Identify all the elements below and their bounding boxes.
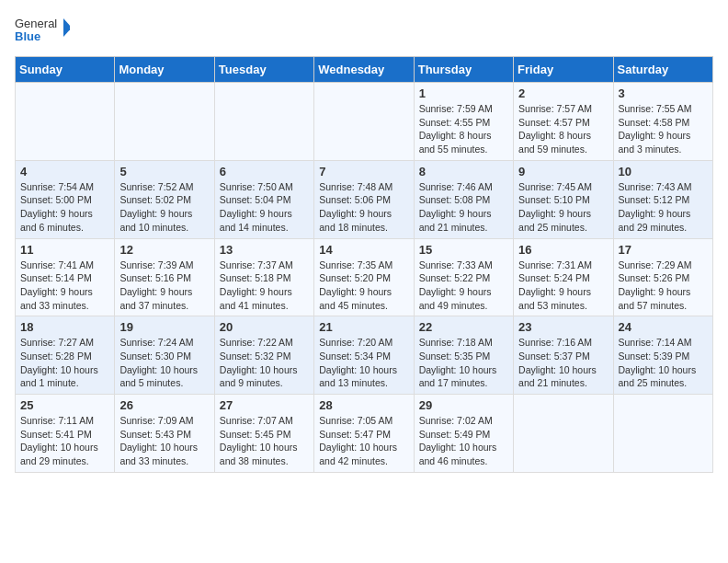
day-info: Sunrise: 7:43 AM Sunset: 5:12 PM Dayligh… (619, 180, 708, 235)
calendar-day-cell: 21Sunrise: 7:20 AM Sunset: 5:34 PM Dayli… (314, 316, 414, 395)
day-info: Sunrise: 7:18 AM Sunset: 5:35 PM Dayligh… (419, 336, 508, 390)
calendar-day-cell: 19Sunrise: 7:24 AM Sunset: 5:30 PM Dayli… (115, 316, 214, 395)
day-info: Sunrise: 7:50 AM Sunset: 5:04 PM Dayligh… (220, 180, 309, 235)
calendar-day-cell (613, 395, 712, 473)
day-number: 18 (20, 320, 109, 334)
svg-text:Blue: Blue (15, 29, 40, 43)
calendar-day-cell: 7Sunrise: 7:48 AM Sunset: 5:06 PM Daylig… (314, 160, 414, 238)
logo-svg: General Blue (15, 15, 70, 47)
calendar-day-cell: 17Sunrise: 7:29 AM Sunset: 5:26 PM Dayli… (613, 238, 712, 316)
day-number: 19 (119, 320, 209, 334)
day-number: 13 (220, 243, 309, 257)
day-number: 29 (419, 398, 508, 412)
day-info: Sunrise: 7:31 AM Sunset: 5:24 PM Dayligh… (518, 259, 608, 313)
calendar-day-cell: 15Sunrise: 7:33 AM Sunset: 5:22 PM Dayli… (414, 238, 513, 316)
calendar-day-cell: 26Sunrise: 7:09 AM Sunset: 5:43 PM Dayli… (115, 395, 214, 473)
calendar-day-cell: 2Sunrise: 7:57 AM Sunset: 4:57 PM Daylig… (514, 83, 613, 161)
calendar-week-row: 11Sunrise: 7:41 AM Sunset: 5:14 PM Dayli… (16, 238, 713, 316)
day-number: 16 (518, 243, 608, 257)
calendar-day-cell: 4Sunrise: 7:54 AM Sunset: 5:00 PM Daylig… (16, 160, 115, 238)
calendar-day-cell: 5Sunrise: 7:52 AM Sunset: 5:02 PM Daylig… (115, 160, 214, 238)
day-info: Sunrise: 7:24 AM Sunset: 5:30 PM Dayligh… (119, 336, 209, 390)
calendar-table: SundayMondayTuesdayWednesdayThursdayFrid… (15, 56, 713, 473)
day-info: Sunrise: 7:20 AM Sunset: 5:34 PM Dayligh… (319, 336, 408, 390)
svg-marker-2 (63, 18, 70, 37)
calendar-week-row: 4Sunrise: 7:54 AM Sunset: 5:00 PM Daylig… (16, 160, 713, 238)
day-number: 26 (119, 398, 209, 412)
calendar-week-row: 25Sunrise: 7:11 AM Sunset: 5:41 PM Dayli… (16, 395, 713, 473)
day-info: Sunrise: 7:33 AM Sunset: 5:22 PM Dayligh… (419, 259, 508, 313)
calendar-day-cell: 10Sunrise: 7:43 AM Sunset: 5:12 PM Dayli… (613, 160, 712, 238)
calendar-day-cell: 1Sunrise: 7:59 AM Sunset: 4:55 PM Daylig… (414, 83, 513, 161)
day-info: Sunrise: 7:29 AM Sunset: 5:26 PM Dayligh… (619, 259, 708, 313)
day-info: Sunrise: 7:07 AM Sunset: 5:45 PM Dayligh… (220, 414, 309, 468)
calendar-day-cell: 12Sunrise: 7:39 AM Sunset: 5:16 PM Dayli… (115, 238, 214, 316)
day-number: 10 (619, 165, 708, 178)
day-of-week-header: Tuesday (214, 57, 313, 83)
day-info: Sunrise: 7:09 AM Sunset: 5:43 PM Dayligh… (119, 414, 209, 468)
day-info: Sunrise: 7:45 AM Sunset: 5:10 PM Dayligh… (518, 180, 608, 235)
day-number: 7 (319, 165, 408, 178)
day-info: Sunrise: 7:14 AM Sunset: 5:39 PM Dayligh… (619, 336, 708, 390)
calendar-day-cell: 22Sunrise: 7:18 AM Sunset: 5:35 PM Dayli… (414, 316, 513, 395)
calendar-day-cell: 6Sunrise: 7:50 AM Sunset: 5:04 PM Daylig… (214, 160, 313, 238)
calendar-day-cell: 28Sunrise: 7:05 AM Sunset: 5:47 PM Dayli… (314, 395, 414, 473)
calendar-week-row: 1Sunrise: 7:59 AM Sunset: 4:55 PM Daylig… (16, 83, 713, 161)
day-number: 2 (518, 86, 608, 100)
day-info: Sunrise: 7:48 AM Sunset: 5:06 PM Dayligh… (319, 180, 408, 235)
calendar-day-cell (314, 83, 414, 161)
day-number: 21 (319, 320, 408, 334)
calendar-day-cell: 16Sunrise: 7:31 AM Sunset: 5:24 PM Dayli… (514, 238, 613, 316)
day-info: Sunrise: 7:35 AM Sunset: 5:20 PM Dayligh… (319, 259, 408, 313)
day-number: 15 (419, 243, 508, 257)
logo: General Blue (15, 15, 70, 47)
svg-text:General: General (15, 17, 57, 30)
day-of-week-header: Friday (514, 57, 613, 83)
day-info: Sunrise: 7:16 AM Sunset: 5:37 PM Dayligh… (518, 336, 608, 390)
calendar-day-cell: 29Sunrise: 7:02 AM Sunset: 5:49 PM Dayli… (414, 395, 513, 473)
day-info: Sunrise: 7:57 AM Sunset: 4:57 PM Dayligh… (518, 102, 608, 156)
day-number: 27 (220, 398, 309, 412)
calendar-day-cell (214, 83, 313, 161)
day-number: 23 (518, 320, 608, 334)
calendar-day-cell: 27Sunrise: 7:07 AM Sunset: 5:45 PM Dayli… (214, 395, 313, 473)
day-info: Sunrise: 7:05 AM Sunset: 5:47 PM Dayligh… (319, 414, 408, 468)
calendar-day-cell: 3Sunrise: 7:55 AM Sunset: 4:58 PM Daylig… (613, 83, 712, 161)
day-of-week-header: Wednesday (314, 57, 414, 83)
day-info: Sunrise: 7:46 AM Sunset: 5:08 PM Dayligh… (419, 180, 508, 235)
day-number: 8 (419, 165, 508, 178)
calendar-day-cell: 11Sunrise: 7:41 AM Sunset: 5:14 PM Dayli… (16, 238, 115, 316)
day-of-week-header: Saturday (613, 57, 712, 83)
day-number: 24 (619, 320, 708, 334)
day-number: 25 (20, 398, 109, 412)
calendar-day-cell: 24Sunrise: 7:14 AM Sunset: 5:39 PM Dayli… (613, 316, 712, 395)
day-of-week-header: Monday (115, 57, 214, 83)
calendar-day-cell: 9Sunrise: 7:45 AM Sunset: 5:10 PM Daylig… (514, 160, 613, 238)
day-info: Sunrise: 7:37 AM Sunset: 5:18 PM Dayligh… (220, 259, 309, 313)
header: General Blue (15, 15, 713, 47)
calendar-day-cell (16, 83, 115, 161)
day-number: 4 (20, 165, 109, 178)
calendar-day-cell: 25Sunrise: 7:11 AM Sunset: 5:41 PM Dayli… (16, 395, 115, 473)
day-number: 1 (419, 86, 508, 100)
calendar-day-cell: 8Sunrise: 7:46 AM Sunset: 5:08 PM Daylig… (414, 160, 513, 238)
day-number: 14 (319, 243, 408, 257)
calendar-day-cell: 14Sunrise: 7:35 AM Sunset: 5:20 PM Dayli… (314, 238, 414, 316)
calendar-day-cell (115, 83, 214, 161)
day-number: 11 (20, 243, 109, 257)
calendar-day-cell: 23Sunrise: 7:16 AM Sunset: 5:37 PM Dayli… (514, 316, 613, 395)
day-info: Sunrise: 7:54 AM Sunset: 5:00 PM Dayligh… (20, 180, 109, 235)
day-number: 6 (220, 165, 309, 178)
day-of-week-header: Sunday (16, 57, 115, 83)
day-of-week-header: Thursday (414, 57, 513, 83)
day-info: Sunrise: 7:22 AM Sunset: 5:32 PM Dayligh… (220, 336, 309, 390)
day-info: Sunrise: 7:59 AM Sunset: 4:55 PM Dayligh… (419, 102, 508, 156)
day-info: Sunrise: 7:39 AM Sunset: 5:16 PM Dayligh… (119, 259, 209, 313)
calendar-day-cell: 13Sunrise: 7:37 AM Sunset: 5:18 PM Dayli… (214, 238, 313, 316)
day-info: Sunrise: 7:11 AM Sunset: 5:41 PM Dayligh… (20, 414, 109, 468)
day-number: 22 (419, 320, 508, 334)
day-number: 3 (619, 86, 708, 100)
calendar-day-cell: 20Sunrise: 7:22 AM Sunset: 5:32 PM Dayli… (214, 316, 313, 395)
calendar-day-cell (514, 395, 613, 473)
day-number: 12 (119, 243, 209, 257)
